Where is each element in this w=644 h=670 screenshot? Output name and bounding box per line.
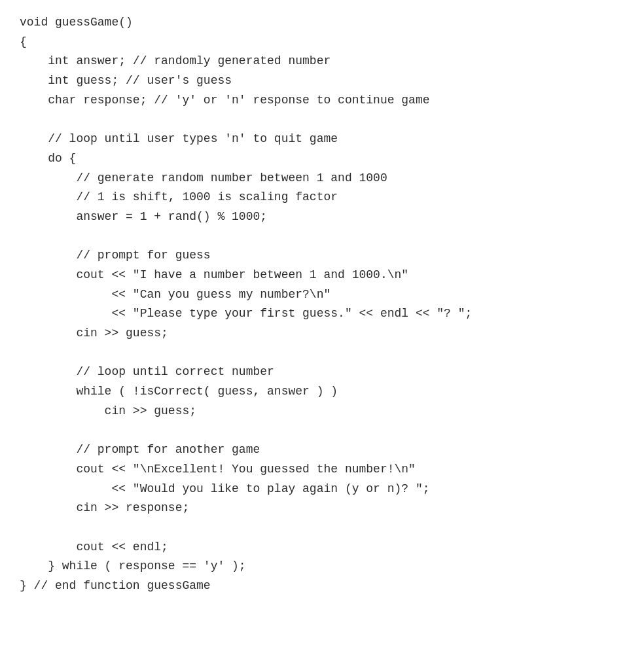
code-line: int answer; // randomly generated number — [20, 52, 624, 71]
code-line: // generate random number between 1 and … — [20, 169, 624, 188]
code-line: // loop until correct number — [20, 362, 624, 382]
code-line — [20, 518, 624, 538]
code-line: answer = 1 + rand() % 1000; — [20, 207, 624, 227]
code-line: char response; // 'y' or 'n' response to… — [20, 91, 624, 111]
code-line — [20, 421, 624, 440]
code-line: << "Would you like to play again (y or n… — [20, 480, 624, 499]
code-line: int guess; // user's guess — [20, 71, 624, 91]
code-line: cin >> guess; — [20, 402, 624, 421]
code-line: cout << endl; — [20, 538, 624, 557]
code-line: } while ( response == 'y' ); — [20, 557, 624, 576]
code-line: { — [20, 33, 624, 52]
code-line: cin >> guess; — [20, 324, 624, 344]
code-line: << "Can you guess my number?\n" — [20, 285, 624, 305]
code-line — [20, 110, 624, 130]
code-line: while ( !isCorrect( guess, answer ) ) — [20, 382, 624, 402]
code-line: cin >> response; — [20, 499, 624, 518]
code-line: // 1 is shift, 1000 is scaling factor — [20, 188, 624, 207]
code-line: cout << "I have a number between 1 and 1… — [20, 266, 624, 285]
code-line: // prompt for guess — [20, 246, 624, 266]
code-line: do { — [20, 149, 624, 169]
code-line: // loop until user types 'n' to quit gam… — [20, 130, 624, 149]
code-block: void guessGame(){ int answer; // randoml… — [20, 13, 624, 596]
code-line: << "Please type your first guess." << en… — [20, 304, 624, 324]
code-line: cout << "\nExcellent! You guessed the nu… — [20, 460, 624, 480]
code-line: // prompt for another game — [20, 440, 624, 460]
code-line: } // end function guessGame — [20, 576, 624, 596]
code-line — [20, 344, 624, 363]
code-line: void guessGame() — [20, 13, 624, 33]
code-line — [20, 227, 624, 247]
